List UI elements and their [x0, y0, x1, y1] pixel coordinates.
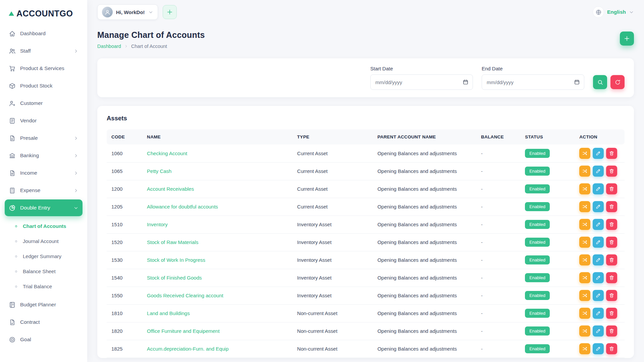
- delete-account-button[interactable]: [606, 325, 617, 337]
- add-workspace-button[interactable]: [163, 5, 177, 19]
- journal-entries-button[interactable]: [579, 308, 590, 319]
- journal-entries-button[interactable]: [579, 201, 590, 212]
- journal-entries-button[interactable]: [579, 325, 590, 337]
- journal-entries-button[interactable]: [579, 272, 590, 283]
- stock-icon: [9, 82, 16, 89]
- edit-account-button[interactable]: [593, 254, 604, 265]
- edit-account-button[interactable]: [593, 166, 604, 177]
- delete-account-button[interactable]: [606, 201, 617, 212]
- end-date-input[interactable]: [482, 74, 584, 90]
- calendar-icon[interactable]: [574, 79, 580, 85]
- account-name-link[interactable]: Allowance for doubtful accounts: [147, 204, 218, 209]
- sidebar-subitem-label: Journal Account: [23, 238, 59, 244]
- sidebar-item-product-stock[interactable]: Product Stock: [5, 77, 83, 94]
- sidebar-item-label: Staff: [20, 48, 31, 54]
- sidebar-item-expense[interactable]: Expense: [5, 182, 83, 199]
- delete-account-button[interactable]: [606, 290, 617, 301]
- start-date-input[interactable]: [370, 74, 473, 90]
- delete-account-button[interactable]: [606, 272, 617, 283]
- account-type: Current Asset: [293, 180, 373, 198]
- table-body: 1060Checking AccountCurrent AssetOpening…: [107, 144, 625, 358]
- sidebar-item-product-services[interactable]: Product & Services: [5, 60, 83, 77]
- journal-entries-button[interactable]: [579, 148, 590, 159]
- account-name-link[interactable]: Goods Received Clearing account: [147, 293, 223, 298]
- journal-entries-icon: [582, 293, 588, 298]
- edit-account-button[interactable]: [593, 148, 604, 159]
- delete-account-button[interactable]: [606, 308, 617, 319]
- sidebar-item-budget-planner[interactable]: Budget Planner: [5, 296, 83, 313]
- journal-entries-button[interactable]: [579, 183, 590, 194]
- delete-account-button[interactable]: [606, 148, 617, 159]
- account-name-link[interactable]: Inventory: [147, 222, 168, 227]
- edit-account-button[interactable]: [593, 183, 604, 194]
- sidebar-item-staff[interactable]: Staff: [5, 43, 83, 59]
- account-name-link[interactable]: Stock of Work In Progress: [147, 257, 205, 263]
- delete-account-button[interactable]: [606, 219, 617, 230]
- delete-account-button[interactable]: [606, 343, 617, 354]
- edit-icon: [595, 293, 601, 298]
- delete-account-button[interactable]: [606, 166, 617, 177]
- account-name-link[interactable]: Office Furniture and Equipement: [147, 328, 220, 334]
- journal-entries-button[interactable]: [579, 254, 590, 265]
- delete-account-button[interactable]: [606, 237, 617, 248]
- sidebar-item-label: Contract: [20, 319, 40, 325]
- reset-button[interactable]: [610, 75, 625, 89]
- sidebar-item-label: Income: [20, 170, 37, 176]
- vendor-icon: [9, 117, 16, 124]
- edit-account-button[interactable]: [593, 290, 604, 301]
- sidebar-item-dashboard[interactable]: Dashboard: [5, 25, 83, 42]
- edit-account-button[interactable]: [593, 308, 604, 319]
- edit-account-button[interactable]: [593, 201, 604, 212]
- language-selector[interactable]: English: [593, 6, 634, 18]
- account-code: 1200: [107, 180, 143, 198]
- account-name-link[interactable]: Stock of Finished Goods: [147, 275, 202, 281]
- start-date-label: Start Date: [370, 66, 473, 71]
- sidebar-item-banking[interactable]: Banking: [5, 147, 83, 164]
- app-logo[interactable]: ACCOUNTGO: [0, 5, 87, 25]
- sidebar-subitem-ledger-summary[interactable]: Ledger Summary: [5, 249, 83, 264]
- edit-account-button[interactable]: [593, 325, 604, 337]
- account-name-link[interactable]: Stock of Raw Materials: [147, 239, 198, 245]
- breadcrumb-dashboard-link[interactable]: Dashboard: [97, 44, 121, 49]
- sidebar-subitem-journal-account[interactable]: Journal Account: [5, 234, 83, 249]
- sidebar-item-label: Expense: [20, 187, 40, 193]
- account-name-link[interactable]: Petty Cash: [147, 168, 171, 174]
- sidebar-subitem-chart-of-accounts[interactable]: Chart of Accounts: [5, 219, 83, 234]
- column-header-status: STATUS: [521, 129, 575, 144]
- create-account-button[interactable]: [620, 32, 634, 46]
- delete-account-button[interactable]: [606, 254, 617, 265]
- journal-entries-button[interactable]: [579, 237, 590, 248]
- edit-account-button[interactable]: [593, 219, 604, 230]
- sidebar-item-double-entry[interactable]: Double Entry: [5, 199, 83, 216]
- delete-account-button[interactable]: [606, 183, 617, 194]
- edit-account-button[interactable]: [593, 237, 604, 248]
- column-header-parent-account-name: PARENT ACCOUNT NAME: [373, 129, 477, 144]
- journal-entries-button[interactable]: [579, 166, 590, 177]
- sidebar-item-customer[interactable]: Customer: [5, 95, 83, 112]
- sidebar-item-income[interactable]: Income: [5, 165, 83, 181]
- journal-entries-button[interactable]: [579, 290, 590, 301]
- edit-icon: [595, 204, 601, 209]
- journal-entries-button[interactable]: [579, 343, 590, 354]
- account-name-link[interactable]: Account Receivables: [147, 186, 194, 192]
- column-header-code: CODE: [107, 129, 143, 144]
- sidebar-item-contract[interactable]: Contract: [5, 314, 83, 330]
- sidebar-subitem-balance-sheet[interactable]: Balance Sheet: [5, 264, 83, 279]
- sidebar-item-goal[interactable]: Goal: [5, 331, 83, 348]
- calendar-icon[interactable]: [463, 79, 469, 85]
- journal-entries-button[interactable]: [579, 219, 590, 230]
- sidebar-item-vendor[interactable]: Vendor: [5, 112, 83, 129]
- account-name-link[interactable]: Accum.depreciation-Furn. and Equip: [147, 346, 228, 352]
- parent-account-name: Opening Balances and adjustments: [373, 251, 477, 269]
- account-name-link[interactable]: Checking Account: [147, 150, 187, 156]
- account-name-link[interactable]: Land and Buildings: [147, 310, 190, 316]
- sidebar-subitem-trial-balance[interactable]: Trial Balance: [5, 279, 83, 294]
- table-row: 1205Allowance for doubtful accountsCurre…: [107, 198, 625, 216]
- edit-account-button[interactable]: [593, 343, 604, 354]
- sidebar-item-presale[interactable]: Presale: [5, 130, 83, 146]
- table-row: 1825Accum.depreciation-Furn. and EquipNo…: [107, 340, 625, 358]
- search-button[interactable]: [593, 75, 607, 89]
- journal-entries-icon: [582, 186, 588, 192]
- user-menu[interactable]: Hi, WorkDo!: [97, 4, 158, 20]
- edit-account-button[interactable]: [593, 272, 604, 283]
